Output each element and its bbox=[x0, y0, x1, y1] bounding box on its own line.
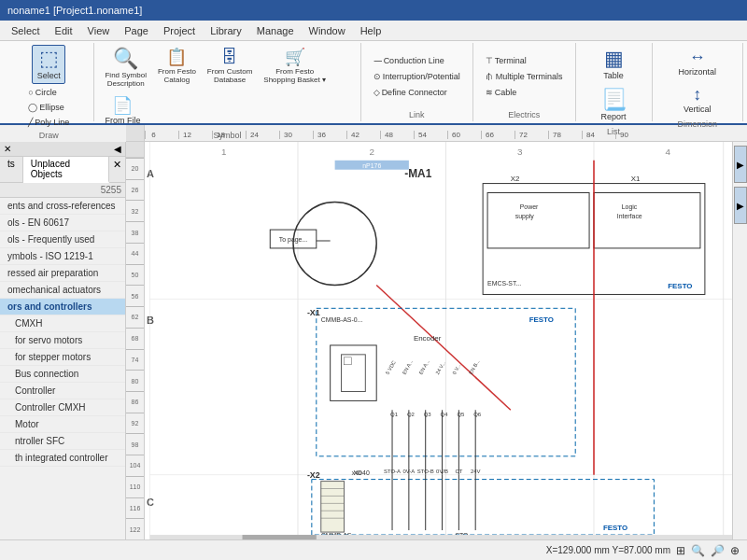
svg-text:1: 1 bbox=[221, 147, 227, 157]
tree-item-ctrl-cmxh[interactable]: Controller CMXH bbox=[0, 399, 125, 416]
svg-text:Logic: Logic bbox=[622, 203, 638, 211]
canvas-area[interactable]: A B C 1 2 3 4 bbox=[145, 142, 747, 539]
menu-window[interactable]: Window bbox=[302, 23, 353, 38]
tab-unplaced[interactable]: Unplaced Objects bbox=[23, 157, 109, 183]
panel-toggle[interactable]: ◀ bbox=[114, 144, 121, 154]
horizontal-icon: ↔ bbox=[689, 49, 706, 65]
v-tick-32: 32 bbox=[126, 200, 144, 221]
title-text: noname1 [Project1.noname1] bbox=[7, 5, 142, 16]
tree-item-iso[interactable]: ymbols - ISO 1219-1 bbox=[0, 248, 125, 265]
tree-item-cmxh[interactable]: CMXH bbox=[0, 315, 125, 332]
table-icon: ▦ bbox=[604, 49, 624, 69]
svg-text:Q2: Q2 bbox=[407, 412, 415, 417]
svg-text:Q5: Q5 bbox=[457, 412, 465, 417]
menu-manage[interactable]: Manage bbox=[249, 23, 302, 38]
conduction-icon: ⸻ bbox=[374, 56, 382, 65]
terminal-button[interactable]: ⊤ Terminal bbox=[481, 54, 568, 67]
title-bar: noname1 [Project1.noname1] bbox=[0, 0, 747, 21]
custom-db-label: From Custom Database bbox=[207, 67, 252, 84]
polyline-button[interactable]: ╱ Poly Line bbox=[23, 116, 74, 129]
right-btn-2[interactable]: ▶ bbox=[734, 187, 747, 224]
from-file-label: From File bbox=[105, 116, 140, 125]
tree-item-elements[interactable]: ents and cross-references bbox=[0, 198, 125, 215]
ribbon-group-link: ⸻ Conduction Line ⊙ Interruption/Potenti… bbox=[361, 43, 473, 121]
terminal-icon: ⊤ bbox=[486, 56, 493, 65]
tree-item-integrated[interactable]: th integrated controller bbox=[0, 450, 125, 467]
zoom-reset-icon[interactable]: ⊕ bbox=[730, 544, 740, 557]
tree-item-motors[interactable]: ors and controllers bbox=[0, 299, 125, 315]
vertical-button[interactable]: ↕ Vertical bbox=[679, 82, 716, 118]
tree-item-bus[interactable]: Bus connection bbox=[0, 366, 125, 383]
v-tick-38: 38 bbox=[126, 221, 144, 243]
select-button[interactable]: ⬚ Select bbox=[32, 45, 65, 84]
menu-select[interactable]: Select bbox=[4, 23, 48, 38]
ellipse-button[interactable]: ◯ Ellipse bbox=[23, 101, 74, 114]
zoom-in-icon[interactable]: 🔍 bbox=[691, 544, 705, 557]
electrics-label: Electrics bbox=[508, 108, 540, 119]
table-button[interactable]: ▦ Table bbox=[597, 45, 630, 84]
tree-item-ctrl-sfc[interactable]: ntroller SFC bbox=[0, 433, 125, 450]
cable-button[interactable]: ≋ Cable bbox=[481, 86, 568, 99]
zoom-fit-icon[interactable]: ⊞ bbox=[676, 544, 685, 557]
cable-icon: ≋ bbox=[486, 88, 493, 97]
horizontal-button[interactable]: ↔ Horizontal bbox=[673, 45, 721, 80]
tree-item-motor[interactable]: Motor bbox=[0, 416, 125, 433]
circle-button[interactable]: ○ Circle bbox=[23, 86, 74, 99]
ribbon-group-draw: ⬚ Select ○ Circle ◯ Ellipse ╱ Poly Line … bbox=[4, 43, 94, 121]
svg-text:X40: X40 bbox=[351, 470, 361, 476]
v-tick-98: 98 bbox=[126, 433, 144, 455]
multiple-terminals-button[interactable]: ⫛ Multiple Terminals bbox=[481, 70, 568, 83]
svg-text:3: 3 bbox=[517, 147, 523, 157]
close-icon[interactable]: ✕ bbox=[4, 144, 11, 154]
interruption-icon: ⊙ bbox=[374, 72, 381, 81]
left-panel: ✕ ◀ ts Unplaced Objects ✕ 5255 ents and … bbox=[0, 142, 126, 539]
svg-line-19 bbox=[376, 286, 511, 411]
menu-help[interactable]: Help bbox=[353, 23, 389, 38]
tree-item-actuators[interactable]: omechanical actuators bbox=[0, 282, 125, 299]
ribbon-group-dimension: ↔ Horizontal ↕ Vertical Dimension bbox=[653, 43, 743, 121]
circle-icon: ○ bbox=[28, 88, 33, 97]
find-symbol-button[interactable]: 🔍 Find Symbol Description bbox=[100, 45, 150, 91]
from-file-button[interactable]: 📄 From File bbox=[100, 93, 145, 129]
close-tab-icon[interactable]: ✕ bbox=[109, 157, 125, 182]
zoom-out-icon[interactable]: 🔎 bbox=[711, 544, 725, 557]
vertical-icon: ↕ bbox=[693, 86, 701, 103]
custom-db-icon: 🗄 bbox=[221, 49, 238, 65]
polyline-label: Poly Line bbox=[35, 118, 69, 127]
ellipse-icon: ◯ bbox=[28, 103, 37, 112]
right-btn-1[interactable]: ▶ bbox=[734, 146, 747, 183]
svg-text:Q4: Q4 bbox=[441, 412, 449, 417]
tab-bar: ts Unplaced Objects ✕ bbox=[0, 157, 125, 183]
tree-item-servo[interactable]: for servo motors bbox=[0, 332, 125, 349]
report-button[interactable]: 📃 Report bbox=[597, 86, 631, 125]
tree-item-stepper[interactable]: for stepper motors bbox=[0, 349, 125, 366]
menu-library[interactable]: Library bbox=[203, 23, 249, 38]
svg-rect-36 bbox=[342, 355, 366, 392]
tree-item-controller[interactable]: Controller bbox=[0, 383, 125, 399]
menu-edit[interactable]: Edit bbox=[48, 23, 80, 38]
svg-text:EN B...: EN B... bbox=[468, 358, 481, 375]
tree-item-frequently[interactable]: ols - Frequently used bbox=[0, 231, 125, 248]
polyline-icon: ╱ bbox=[28, 118, 33, 127]
from-festo-basket-button[interactable]: 🛒 From Festo Shopping Basket ▾ bbox=[259, 45, 331, 91]
tab-ts[interactable]: ts bbox=[0, 157, 23, 182]
menu-project[interactable]: Project bbox=[156, 23, 203, 38]
interruption-button[interactable]: ⊙ Interruption/Potential bbox=[369, 70, 465, 83]
tree-item-en60617[interactable]: ols - EN 60617 bbox=[0, 215, 125, 231]
from-festo-catalog-button[interactable]: 📋 From Festo Catalog bbox=[153, 45, 201, 91]
menu-view[interactable]: View bbox=[80, 23, 118, 38]
ruler-corner bbox=[126, 125, 145, 141]
svg-text:0V-A: 0V-A bbox=[402, 469, 415, 474]
svg-rect-35 bbox=[331, 345, 377, 400]
svg-text:2: 2 bbox=[369, 147, 374, 157]
define-connector-button[interactable]: ◇ Define Connector bbox=[369, 86, 465, 99]
v-tick-122: 122 bbox=[126, 518, 144, 539]
tree-item-air[interactable]: ressed air preparation bbox=[0, 265, 125, 282]
v-tick-50: 50 bbox=[126, 264, 144, 286]
svg-rect-83 bbox=[149, 535, 741, 539]
svg-text:STO-B: STO-B bbox=[417, 469, 434, 474]
from-custom-db-button[interactable]: 🗄 From Custom Database bbox=[203, 45, 257, 91]
svg-text:Power: Power bbox=[520, 203, 539, 210]
conduction-line-button[interactable]: ⸻ Conduction Line bbox=[369, 54, 465, 67]
menu-page[interactable]: Page bbox=[117, 23, 156, 38]
